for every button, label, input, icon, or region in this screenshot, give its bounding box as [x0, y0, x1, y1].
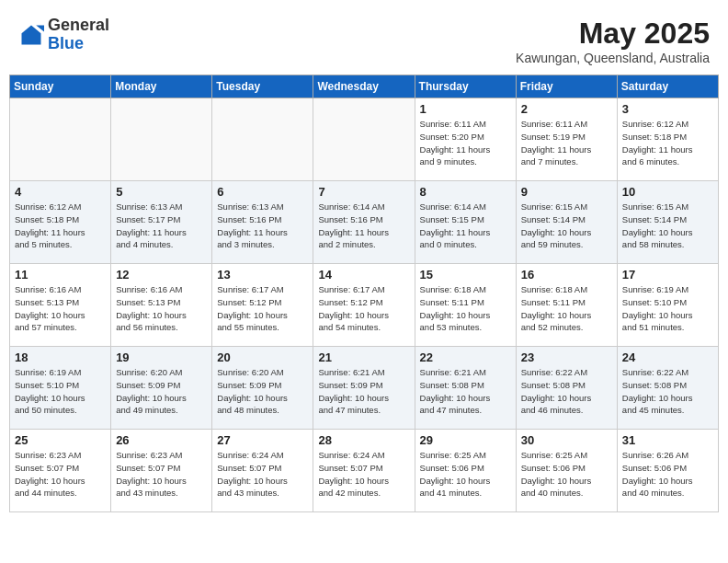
day-info: Sunrise: 6:23 AM Sunset: 5:07 PM Dayligh… — [15, 449, 106, 500]
calendar-week-row: 1Sunrise: 6:11 AM Sunset: 5:20 PM Daylig… — [10, 98, 719, 181]
day-header-tuesday: Tuesday — [212, 75, 313, 98]
calendar-cell: 8Sunrise: 6:14 AM Sunset: 5:15 PM Daylig… — [415, 181, 516, 264]
day-header-friday: Friday — [516, 75, 617, 98]
day-number: 3 — [622, 102, 713, 116]
day-info: Sunrise: 6:24 AM Sunset: 5:07 PM Dayligh… — [217, 449, 308, 500]
calendar-cell: 12Sunrise: 6:16 AM Sunset: 5:13 PM Dayli… — [111, 264, 212, 347]
day-number: 5 — [116, 185, 207, 199]
day-header-sunday: Sunday — [10, 75, 111, 98]
day-info: Sunrise: 6:11 AM Sunset: 5:20 PM Dayligh… — [420, 118, 511, 168]
day-info: Sunrise: 6:25 AM Sunset: 5:06 PM Dayligh… — [521, 449, 612, 500]
day-info: Sunrise: 6:15 AM Sunset: 5:14 PM Dayligh… — [521, 201, 612, 251]
day-info: Sunrise: 6:26 AM Sunset: 5:06 PM Dayligh… — [622, 449, 713, 500]
calendar-cell — [313, 98, 415, 181]
title-block: May 2025 Kawungan, Queensland, Australia — [516, 17, 710, 65]
month-year: May 2025 — [516, 17, 710, 51]
day-info: Sunrise: 6:17 AM Sunset: 5:12 PM Dayligh… — [217, 283, 308, 334]
calendar-cell: 15Sunrise: 6:18 AM Sunset: 5:11 PM Dayli… — [415, 264, 516, 347]
calendar-cell: 29Sunrise: 6:25 AM Sunset: 5:06 PM Dayli… — [415, 430, 516, 512]
calendar-cell: 11Sunrise: 6:16 AM Sunset: 5:13 PM Dayli… — [10, 264, 111, 347]
calendar-cell: 16Sunrise: 6:18 AM Sunset: 5:11 PM Dayli… — [516, 264, 617, 347]
day-number: 14 — [318, 268, 409, 282]
day-number: 9 — [521, 185, 612, 199]
day-number: 12 — [116, 268, 207, 282]
calendar-cell — [10, 98, 111, 181]
calendar-cell: 22Sunrise: 6:21 AM Sunset: 5:08 PM Dayli… — [415, 347, 516, 430]
day-number: 6 — [217, 185, 308, 199]
day-header-monday: Monday — [111, 75, 212, 98]
calendar-cell: 9Sunrise: 6:15 AM Sunset: 5:14 PM Daylig… — [516, 181, 617, 264]
day-number: 22 — [420, 350, 511, 364]
calendar-cell: 1Sunrise: 6:11 AM Sunset: 5:20 PM Daylig… — [415, 98, 516, 181]
day-number: 7 — [318, 185, 409, 199]
day-info: Sunrise: 6:14 AM Sunset: 5:16 PM Dayligh… — [318, 201, 409, 251]
calendar-cell: 21Sunrise: 6:21 AM Sunset: 5:09 PM Dayli… — [313, 347, 415, 430]
day-number: 24 — [622, 350, 713, 364]
day-info: Sunrise: 6:23 AM Sunset: 5:07 PM Dayligh… — [116, 449, 207, 500]
day-info: Sunrise: 6:22 AM Sunset: 5:08 PM Dayligh… — [521, 366, 612, 417]
calendar-table: SundayMondayTuesdayWednesdayThursdayFrid… — [9, 75, 719, 512]
day-number: 15 — [420, 268, 511, 282]
day-info: Sunrise: 6:13 AM Sunset: 5:17 PM Dayligh… — [116, 201, 207, 251]
day-info: Sunrise: 6:15 AM Sunset: 5:14 PM Dayligh… — [622, 201, 713, 251]
calendar-cell: 13Sunrise: 6:17 AM Sunset: 5:12 PM Dayli… — [212, 264, 313, 347]
day-number: 30 — [521, 433, 612, 447]
day-info: Sunrise: 6:13 AM Sunset: 5:16 PM Dayligh… — [217, 201, 308, 251]
day-number: 17 — [622, 268, 713, 282]
calendar-cell: 24Sunrise: 6:22 AM Sunset: 5:08 PM Dayli… — [617, 347, 718, 430]
day-info: Sunrise: 6:18 AM Sunset: 5:11 PM Dayligh… — [521, 283, 612, 334]
calendar-cell: 2Sunrise: 6:11 AM Sunset: 5:19 PM Daylig… — [516, 98, 617, 181]
calendar-cell — [212, 98, 313, 181]
day-info: Sunrise: 6:12 AM Sunset: 5:18 PM Dayligh… — [15, 201, 106, 251]
day-header-thursday: Thursday — [415, 75, 516, 98]
day-number: 21 — [318, 350, 409, 364]
day-info: Sunrise: 6:21 AM Sunset: 5:09 PM Dayligh… — [318, 366, 409, 417]
calendar-cell — [111, 98, 212, 181]
calendar-cell: 28Sunrise: 6:24 AM Sunset: 5:07 PM Dayli… — [313, 430, 415, 512]
day-info: Sunrise: 6:18 AM Sunset: 5:11 PM Dayligh… — [420, 283, 511, 334]
calendar-header-row: SundayMondayTuesdayWednesdayThursdayFrid… — [10, 75, 719, 98]
calendar-cell: 27Sunrise: 6:24 AM Sunset: 5:07 PM Dayli… — [212, 430, 313, 512]
logo-general-text: General — [48, 16, 109, 34]
day-info: Sunrise: 6:20 AM Sunset: 5:09 PM Dayligh… — [116, 366, 207, 417]
day-number: 26 — [116, 433, 207, 447]
calendar-week-row: 4Sunrise: 6:12 AM Sunset: 5:18 PM Daylig… — [10, 181, 719, 264]
location: Kawungan, Queensland, Australia — [516, 51, 710, 65]
calendar-cell: 14Sunrise: 6:17 AM Sunset: 5:12 PM Dayli… — [313, 264, 415, 347]
calendar-week-row: 18Sunrise: 6:19 AM Sunset: 5:10 PM Dayli… — [10, 347, 719, 430]
day-number: 10 — [622, 185, 713, 199]
day-info: Sunrise: 6:19 AM Sunset: 5:10 PM Dayligh… — [622, 283, 713, 334]
day-number: 20 — [217, 350, 308, 364]
page-header: General Blue May 2025 Kawungan, Queensla… — [9, 9, 719, 69]
calendar-week-row: 11Sunrise: 6:16 AM Sunset: 5:13 PM Dayli… — [10, 264, 719, 347]
day-info: Sunrise: 6:16 AM Sunset: 5:13 PM Dayligh… — [116, 283, 207, 334]
day-info: Sunrise: 6:22 AM Sunset: 5:08 PM Dayligh… — [622, 366, 713, 417]
svg-marker-0 — [22, 25, 41, 44]
day-info: Sunrise: 6:12 AM Sunset: 5:18 PM Dayligh… — [622, 118, 713, 168]
day-header-saturday: Saturday — [617, 75, 718, 98]
calendar-cell: 5Sunrise: 6:13 AM Sunset: 5:17 PM Daylig… — [111, 181, 212, 264]
day-number: 1 — [420, 102, 511, 116]
day-number: 29 — [420, 433, 511, 447]
day-number: 4 — [15, 185, 106, 199]
day-info: Sunrise: 6:21 AM Sunset: 5:08 PM Dayligh… — [420, 366, 511, 417]
calendar-cell: 6Sunrise: 6:13 AM Sunset: 5:16 PM Daylig… — [212, 181, 313, 264]
calendar-cell: 10Sunrise: 6:15 AM Sunset: 5:14 PM Dayli… — [617, 181, 718, 264]
day-header-wednesday: Wednesday — [313, 75, 415, 98]
calendar-cell: 17Sunrise: 6:19 AM Sunset: 5:10 PM Dayli… — [617, 264, 718, 347]
day-number: 16 — [521, 268, 612, 282]
day-info: Sunrise: 6:24 AM Sunset: 5:07 PM Dayligh… — [318, 449, 409, 500]
calendar-cell: 23Sunrise: 6:22 AM Sunset: 5:08 PM Dayli… — [516, 347, 617, 430]
calendar-cell: 25Sunrise: 6:23 AM Sunset: 5:07 PM Dayli… — [10, 430, 111, 512]
day-info: Sunrise: 6:11 AM Sunset: 5:19 PM Dayligh… — [521, 118, 612, 168]
logo-blue-text: Blue — [48, 34, 84, 52]
calendar-cell: 4Sunrise: 6:12 AM Sunset: 5:18 PM Daylig… — [10, 181, 111, 264]
calendar-cell: 30Sunrise: 6:25 AM Sunset: 5:06 PM Dayli… — [516, 430, 617, 512]
calendar-cell: 31Sunrise: 6:26 AM Sunset: 5:06 PM Dayli… — [617, 430, 718, 512]
calendar-cell: 3Sunrise: 6:12 AM Sunset: 5:18 PM Daylig… — [617, 98, 718, 181]
day-number: 18 — [15, 350, 106, 364]
logo-icon — [18, 22, 44, 48]
day-info: Sunrise: 6:25 AM Sunset: 5:06 PM Dayligh… — [420, 449, 511, 500]
calendar-cell: 18Sunrise: 6:19 AM Sunset: 5:10 PM Dayli… — [10, 347, 111, 430]
calendar-cell: 19Sunrise: 6:20 AM Sunset: 5:09 PM Dayli… — [111, 347, 212, 430]
